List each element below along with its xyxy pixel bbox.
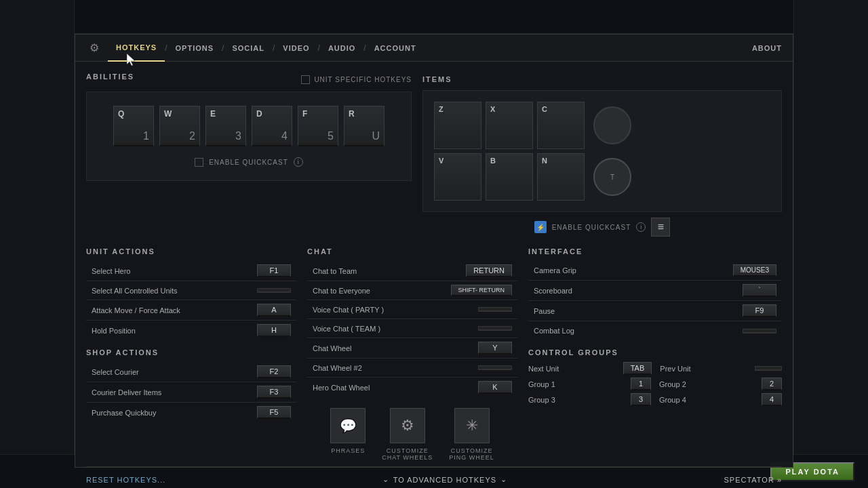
advanced-hotkeys-button[interactable]: ⌄ TO ADVANCED HOTKEYS ⌄ xyxy=(382,475,507,484)
gear-icon[interactable]: ⚙ xyxy=(86,40,102,56)
item-slot-x[interactable]: X xyxy=(486,102,533,149)
attack-move-label: Attack Move / Force Attack xyxy=(92,306,180,314)
chat-wheel-key[interactable]: Y xyxy=(478,342,512,354)
interface-section: INTERFACE Camera Grip MOUSE3 Scoreboard … xyxy=(528,247,782,340)
key-num-2: 2 xyxy=(189,130,195,142)
items-quickcast-icon: ⚡ xyxy=(534,221,547,233)
select-hero-key[interactable]: F1 xyxy=(257,264,291,277)
key-letter-w: W xyxy=(164,109,172,119)
camera-grip-key[interactable]: MOUSE3 xyxy=(733,264,776,277)
group-3-4-row: Group 3 3 Group 4 4 xyxy=(528,393,782,406)
item-slot-circle-1[interactable] xyxy=(593,106,631,144)
hold-position-key[interactable]: H xyxy=(257,324,291,337)
unit-specific-checkbox[interactable] xyxy=(301,75,310,84)
nav-audio[interactable]: AUDIO xyxy=(320,35,363,62)
item-slot-n[interactable]: N xyxy=(537,153,585,201)
spectator-button[interactable]: SPECTATOR » xyxy=(724,476,782,484)
items-quickcast-label: ENABLE QUICKCAST xyxy=(552,224,631,231)
chat-icons-row: 💬 PHRASES ⚙ CUSTOMIZECHAT WHEELS ✳ CUSTO… xyxy=(307,408,517,461)
camera-grip: Camera Grip MOUSE3 xyxy=(528,261,782,281)
ability-key-d[interactable]: D 4 xyxy=(252,106,292,146)
pause-label: Pause xyxy=(534,307,555,315)
attack-move-key[interactable]: A xyxy=(257,304,291,317)
key-letter-f: F xyxy=(302,109,307,119)
chat-to-team: Chat to Team RETURN xyxy=(307,261,517,281)
group-3-label: Group 3 xyxy=(528,396,628,404)
footer-row: RESET HOTKEYS... ⌄ TO ADVANCED HOTKEYS ⌄… xyxy=(86,466,782,484)
chat-wheel-label: Chat Wheel xyxy=(313,344,351,352)
group-2-key[interactable]: 2 xyxy=(762,378,782,390)
quickcast-info-icon[interactable]: i xyxy=(294,157,303,167)
ability-key-r[interactable]: R U xyxy=(344,106,384,146)
scoreboard-key[interactable]: ` xyxy=(743,284,776,297)
unit-specific-label: UNIT SPECIFIC HOTKEYS xyxy=(314,76,412,83)
pause: Pause F9 xyxy=(528,301,782,321)
shop-actions-table: Select Courier F2 Courier Deliver Items … xyxy=(86,362,296,422)
interface-table: Camera Grip MOUSE3 Scoreboard ` Pause F9 xyxy=(528,261,782,340)
phrases-button[interactable]: 💬 PHRASES xyxy=(330,408,366,461)
hero-chat-wheel-key[interactable]: K xyxy=(478,381,512,394)
ability-key-q[interactable]: Q 1 xyxy=(113,106,154,146)
voice-chat-party-key[interactable] xyxy=(478,307,512,312)
ability-key-f[interactable]: F 5 xyxy=(298,106,338,146)
courier-deliver-key[interactable]: F3 xyxy=(257,386,291,399)
shop-actions-section: SHOP ACTIONS Select Courier F2 Courier D… xyxy=(86,348,296,422)
item-slot-circle-2[interactable]: T xyxy=(593,158,631,196)
action-courier-deliver: Courier Deliver Items F3 xyxy=(86,382,296,403)
ability-key-w[interactable]: W 2 xyxy=(159,106,200,146)
select-courier-key[interactable]: F2 xyxy=(257,365,291,378)
items-quickcast-row: ⚡ ENABLE QUICKCAST i ≡ xyxy=(422,218,782,237)
quickbuy-key[interactable]: F5 xyxy=(257,406,291,419)
spectator-label: SPECTATOR xyxy=(724,476,774,484)
item-slot-c[interactable]: C xyxy=(537,102,585,149)
quickcast-label: ENABLE QUICKCAST xyxy=(209,159,288,166)
customize-ping-wheel-button[interactable]: ✳ CUSTOMIZEPING WHEEL xyxy=(449,408,494,461)
combat-log-key[interactable] xyxy=(743,329,776,333)
voice-chat-team-key[interactable] xyxy=(478,326,512,331)
prev-unit-key[interactable] xyxy=(755,366,782,371)
group-1-key[interactable]: 1 xyxy=(631,378,651,390)
chevron-right-icon: » xyxy=(777,476,782,484)
action-quickbuy: Purchase Quickbuy F5 xyxy=(86,403,296,422)
item-slot-v[interactable]: V xyxy=(434,153,481,201)
unit-actions-section: UNIT ACTIONS Select Hero F1 Select All C… xyxy=(86,247,296,340)
control-groups-section: CONTROL GROUPS Next Unit TAB Prev Unit G… xyxy=(528,348,782,406)
nav-social[interactable]: SOCIAL xyxy=(224,35,273,62)
action-select-courier: Select Courier F2 xyxy=(86,362,296,382)
quickcast-checkbox[interactable] xyxy=(195,158,203,167)
item-slot-z[interactable]: Z xyxy=(434,102,481,149)
nav-options[interactable]: OPTIONS xyxy=(167,35,222,62)
content-area: ABILITIES UNIT SPECIFIC HOTKEYS Q 1 W 2 xyxy=(75,62,793,488)
group-4-key[interactable]: 4 xyxy=(762,393,782,406)
group-3-key[interactable]: 3 xyxy=(631,393,651,406)
item-slot-b[interactable]: B xyxy=(486,153,533,201)
next-unit-key[interactable]: TAB xyxy=(623,362,652,375)
nav-about[interactable]: ABOUT xyxy=(752,44,782,52)
combat-log: Combat Log xyxy=(528,321,782,340)
select-all-key[interactable] xyxy=(257,288,291,293)
items-grid: Z X C V B xyxy=(422,90,782,212)
abilities-box: Q 1 W 2 E 3 D 4 xyxy=(86,92,412,181)
group-1-label: Group 1 xyxy=(528,380,628,388)
items-quickcast-info-icon[interactable]: i xyxy=(636,222,646,232)
chat-to-team-key[interactable]: RETURN xyxy=(466,264,512,277)
customize-chat-wheels-button[interactable]: ⚙ CUSTOMIZECHAT WHEELS xyxy=(382,408,433,461)
right-actions: INTERFACE Camera Grip MOUSE3 Scoreboard … xyxy=(528,247,782,461)
key-letter-r: R xyxy=(349,109,355,119)
voice-chat-party-label: Voice Chat ( PARTY ) xyxy=(313,306,384,314)
chat-section: CHAT Chat to Team RETURN Chat to Everyon… xyxy=(307,247,517,461)
ability-key-e[interactable]: E 3 xyxy=(205,106,246,146)
chat-wheel-2-key[interactable] xyxy=(478,365,512,370)
chat-to-everyone-key[interactable]: SHIFT- RETURN xyxy=(451,285,513,296)
reset-hotkeys-button[interactable]: RESET HOTKEYS... xyxy=(86,476,165,484)
unit-actions-title: UNIT ACTIONS xyxy=(86,247,296,256)
nav-video[interactable]: VIDEO xyxy=(275,35,317,62)
voice-chat-party: Voice Chat ( PARTY ) xyxy=(307,300,517,319)
lower-grid: UNIT ACTIONS Select Hero F1 Select All C… xyxy=(86,247,782,461)
items-settings-icon[interactable]: ≡ xyxy=(651,218,670,237)
abilities-section: ABILITIES UNIT SPECIFIC HOTKEYS Q 1 W 2 xyxy=(86,73,412,237)
nav-items: HOTKEYS / OPTIONS / SOCIAL / VIDEO / AUD… xyxy=(108,35,425,62)
nav-hotkeys[interactable]: HOTKEYS xyxy=(108,35,165,62)
nav-account[interactable]: ACCOUNT xyxy=(366,35,425,62)
pause-key[interactable]: F9 xyxy=(743,304,776,317)
